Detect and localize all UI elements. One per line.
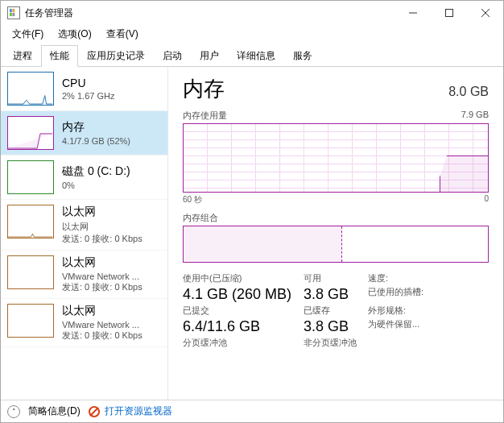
time-left: 60 秒 xyxy=(183,194,202,205)
tab-apphistory[interactable]: 应用历史记录 xyxy=(78,45,154,67)
cached-label: 已缓存 xyxy=(304,305,368,317)
cpu-thumb-chart xyxy=(7,72,54,106)
form-label: 外形规格: xyxy=(368,305,456,317)
resmon-icon xyxy=(89,406,100,417)
tabs: 进程 性能 应用历史记录 启动 用户 详细信息 服务 xyxy=(1,46,503,67)
memory-title: 内存 xyxy=(62,120,130,135)
eth3-sub2: 发送: 0 接收: 0 Kbps xyxy=(62,330,143,342)
page-title: 内存 xyxy=(183,75,225,103)
tab-services[interactable]: 服务 xyxy=(284,45,321,67)
sidebar-item-disk[interactable]: 磁盘 0 (C: D:) 0% xyxy=(1,156,167,200)
committed-value: 6.4/11.6 GB xyxy=(183,318,304,335)
chevron-up-icon[interactable]: ˄ xyxy=(7,405,20,418)
composition-label: 内存组合 xyxy=(183,212,218,224)
ethernet-thumb-chart xyxy=(7,255,54,289)
avail-label: 可用 xyxy=(304,272,368,284)
sidebar-item-memory[interactable]: 内存 4.1/7.9 GB (52%) xyxy=(1,111,167,156)
app-icon xyxy=(7,6,20,19)
slots-label: 已使用的插槽: xyxy=(368,286,456,303)
sidebar-item-cpu[interactable]: CPU 2% 1.67 GHz xyxy=(1,67,167,111)
nonpaged-label: 非分页缓冲池 xyxy=(304,337,368,349)
disk-sub: 0% xyxy=(62,180,130,190)
sidebar-item-ethernet-2[interactable]: 以太网 VMware Network ... 发送: 0 接收: 0 Kbps xyxy=(1,251,167,299)
reserved-label: 为硬件保留... xyxy=(368,318,456,335)
inuse-label: 使用中(已压缩) xyxy=(183,272,304,284)
eth2-sub1: VMware Network ... xyxy=(62,272,143,281)
usage-max: 7.9 GB xyxy=(461,110,489,122)
tab-users[interactable]: 用户 xyxy=(191,45,228,67)
minimize-button[interactable] xyxy=(395,1,431,25)
maximize-button[interactable] xyxy=(431,1,467,25)
tab-details[interactable]: 详细信息 xyxy=(228,45,284,67)
cpu-title: CPU xyxy=(62,77,114,89)
eth2-title: 以太网 xyxy=(62,255,143,270)
menu-options[interactable]: 选项(O) xyxy=(52,26,97,43)
sidebar-item-ethernet-3[interactable]: 以太网 VMware Network ... 发送: 0 接收: 0 Kbps xyxy=(1,299,167,347)
committed-label: 已提交 xyxy=(183,305,304,317)
eth2-sub2: 发送: 0 接收: 0 Kbps xyxy=(62,281,143,293)
memory-composition-chart xyxy=(183,226,489,263)
memory-capacity: 8.0 GB xyxy=(448,85,489,99)
sidebar: CPU 2% 1.67 GHz 内存 4.1/7.9 GB (52%) 磁盘 0… xyxy=(1,67,168,400)
tab-performance[interactable]: 性能 xyxy=(41,45,78,67)
disk-title: 磁盘 0 (C: D:) xyxy=(62,164,130,179)
memory-thumb-chart xyxy=(7,116,54,150)
eth3-title: 以太网 xyxy=(62,304,143,318)
fewer-details-button[interactable]: 简略信息(D) xyxy=(28,404,81,418)
ethernet-thumb-chart xyxy=(7,205,54,238)
sidebar-item-ethernet-1[interactable]: 以太网 以太网 发送: 0 接收: 0 Kbps xyxy=(1,200,167,251)
eth1-title: 以太网 xyxy=(62,205,143,219)
time-right: 0 xyxy=(484,194,489,205)
usage-label: 内存使用量 xyxy=(183,110,227,122)
tab-processes[interactable]: 进程 xyxy=(4,45,41,67)
statusbar: ˄ 简略信息(D) 打开资源监视器 xyxy=(1,400,503,422)
menu-view[interactable]: 查看(V) xyxy=(100,26,145,43)
cpu-sub: 2% 1.67 GHz xyxy=(62,91,114,101)
open-resmon-link[interactable]: 打开资源监视器 xyxy=(105,404,172,418)
paged-label: 分页缓冲池 xyxy=(183,337,304,349)
cached-value: 3.8 GB xyxy=(304,318,368,335)
menu-file[interactable]: 文件(F) xyxy=(6,26,50,43)
disk-thumb-chart xyxy=(7,160,54,194)
memory-usage-chart xyxy=(183,123,489,193)
eth1-sub2: 发送: 0 接收: 0 Kbps xyxy=(62,233,143,245)
menubar: 文件(F) 选项(O) 查看(V) xyxy=(1,25,503,43)
speed-label: 速度: xyxy=(368,272,456,284)
inuse-value: 4.1 GB (260 MB) xyxy=(183,286,304,303)
tab-startup[interactable]: 启动 xyxy=(154,45,191,67)
svg-rect-0 xyxy=(445,10,452,17)
main-panel: 内存 8.0 GB 内存使用量 7.9 GB 60 秒 0 内存组合 使用中(已… xyxy=(168,67,503,400)
avail-value: 3.8 GB xyxy=(304,286,368,303)
ethernet-thumb-chart xyxy=(7,304,54,338)
memory-sub: 4.1/7.9 GB (52%) xyxy=(62,136,130,146)
close-button[interactable] xyxy=(467,1,503,25)
window-title: 任务管理器 xyxy=(25,6,73,20)
titlebar: 任务管理器 xyxy=(1,1,503,25)
eth1-sub1: 以太网 xyxy=(62,221,143,233)
eth3-sub1: VMware Network ... xyxy=(62,320,143,330)
